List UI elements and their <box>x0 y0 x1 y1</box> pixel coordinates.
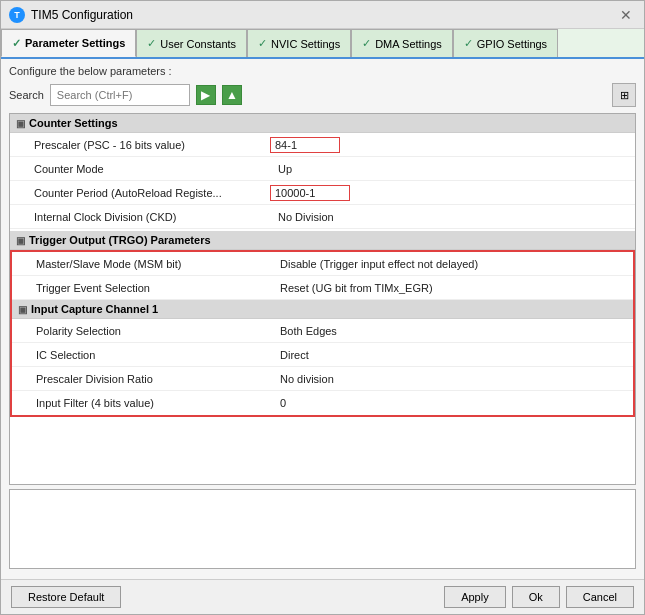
param-value-clock-division: No Division <box>270 209 635 225</box>
counter-period-input[interactable] <box>270 185 350 201</box>
param-value-polarity: Both Edges <box>272 323 633 339</box>
apply-button[interactable]: Apply <box>444 586 506 608</box>
table-row: Polarity Selection Both Edges <box>12 319 633 343</box>
grid-view-button[interactable]: ⊞ <box>612 83 636 107</box>
search-bar: Search ▶ ▲ ⊞ <box>9 83 636 107</box>
window-title: TIM5 Configuration <box>31 8 133 22</box>
bottom-empty-area <box>9 489 636 569</box>
table-row: IC Selection Direct <box>12 343 633 367</box>
param-name-prescaler-div: Prescaler Division Ratio <box>12 371 272 387</box>
table-row: Counter Mode Up <box>10 157 635 181</box>
main-window: T TIM5 Configuration ✕ ✓ Parameter Setti… <box>0 0 645 615</box>
close-button[interactable]: ✕ <box>616 5 636 25</box>
table-row: Trigger Event Selection Reset (UG bit fr… <box>12 276 633 300</box>
tab-check-icon: ✓ <box>12 37 21 50</box>
title-bar: T TIM5 Configuration ✕ <box>1 1 644 29</box>
param-name-trigger-event: Trigger Event Selection <box>12 280 272 296</box>
collapse-icon-trigger: ▣ <box>16 235 25 246</box>
param-name-counter-period: Counter Period (AutoReload Registe... <box>10 185 270 201</box>
title-bar-left: T TIM5 Configuration <box>9 7 133 23</box>
tab-parameter-settings[interactable]: ✓ Parameter Settings <box>1 29 136 57</box>
params-table: ▣ Counter Settings Prescaler (PSC - 16 b… <box>9 113 636 485</box>
param-value-prescaler-div: No division <box>272 371 633 387</box>
prescaler-value-input[interactable] <box>270 137 340 153</box>
search-label: Search <box>9 89 44 101</box>
table-row: Counter Period (AutoReload Registe... <box>10 181 635 205</box>
window-icon: T <box>9 7 25 23</box>
table-row: Master/Slave Mode (MSM bit) Disable (Tri… <box>12 252 633 276</box>
trigger-output-header[interactable]: ▣ Trigger Output (TRGO) Parameters <box>10 231 635 250</box>
param-name-polarity: Polarity Selection <box>12 323 272 339</box>
content-area: Configure the below parameters : Search … <box>1 59 644 579</box>
collapse-icon-counter: ▣ <box>16 118 25 129</box>
param-name-prescaler: Prescaler (PSC - 16 bits value) <box>10 137 270 153</box>
collapse-icon-input: ▣ <box>18 304 27 315</box>
param-value-ic-selection: Direct <box>272 347 633 363</box>
param-name-ic-selection: IC Selection <box>12 347 272 363</box>
tab-label-parameter-settings: Parameter Settings <box>25 37 125 49</box>
tab-gpio-settings[interactable]: ✓ GPIO Settings <box>453 29 558 57</box>
tab-label-nvic-settings: NVIC Settings <box>271 38 340 50</box>
configure-label: Configure the below parameters : <box>9 65 636 77</box>
tab-check-icon-5: ✓ <box>464 37 473 50</box>
param-name-counter-mode: Counter Mode <box>10 161 270 177</box>
tab-check-icon-4: ✓ <box>362 37 371 50</box>
tabs-bar: ✓ Parameter Settings ✓ User Constants ✓ … <box>1 29 644 59</box>
tab-check-icon-3: ✓ <box>258 37 267 50</box>
input-capture-label: Input Capture Channel 1 <box>31 303 158 315</box>
table-row: Prescaler Division Ratio No division <box>12 367 633 391</box>
tab-nvic-settings[interactable]: ✓ NVIC Settings <box>247 29 351 57</box>
param-name-input-filter: Input Filter (4 bits value) <box>12 395 272 411</box>
table-row: Prescaler (PSC - 16 bits value) <box>10 133 635 157</box>
tab-dma-settings[interactable]: ✓ DMA Settings <box>351 29 453 57</box>
tab-label-gpio-settings: GPIO Settings <box>477 38 547 50</box>
param-name-msm: Master/Slave Mode (MSM bit) <box>12 256 272 272</box>
trigger-output-highlight-box: Master/Slave Mode (MSM bit) Disable (Tri… <box>10 250 635 417</box>
cancel-button[interactable]: Cancel <box>566 586 634 608</box>
table-row: Input Filter (4 bits value) 0 <box>12 391 633 415</box>
tab-user-constants[interactable]: ✓ User Constants <box>136 29 247 57</box>
counter-settings-label: Counter Settings <box>29 117 118 129</box>
footer: Restore Default Apply Ok Cancel <box>1 579 644 614</box>
search-input[interactable] <box>50 84 190 106</box>
param-value-counter-mode: Up <box>270 161 635 177</box>
param-name-clock-division: Internal Clock Division (CKD) <box>10 209 270 225</box>
restore-default-button[interactable]: Restore Default <box>11 586 121 608</box>
counter-settings-header[interactable]: ▣ Counter Settings <box>10 114 635 133</box>
tab-label-user-constants: User Constants <box>160 38 236 50</box>
search-prev-button[interactable]: ▲ <box>222 85 242 105</box>
param-value-input-filter: 0 <box>272 395 633 411</box>
ok-button[interactable]: Ok <box>512 586 560 608</box>
search-next-button[interactable]: ▶ <box>196 85 216 105</box>
tab-check-icon-2: ✓ <box>147 37 156 50</box>
input-capture-header[interactable]: ▣ Input Capture Channel 1 <box>12 300 633 319</box>
tab-label-dma-settings: DMA Settings <box>375 38 442 50</box>
trigger-output-label: Trigger Output (TRGO) Parameters <box>29 234 211 246</box>
param-value-msm: Disable (Trigger input effect not delaye… <box>272 256 633 272</box>
footer-right-buttons: Apply Ok Cancel <box>444 586 634 608</box>
param-value-trigger-event: Reset (UG bit from TIMx_EGR) <box>272 280 633 296</box>
table-row: Internal Clock Division (CKD) No Divisio… <box>10 205 635 229</box>
